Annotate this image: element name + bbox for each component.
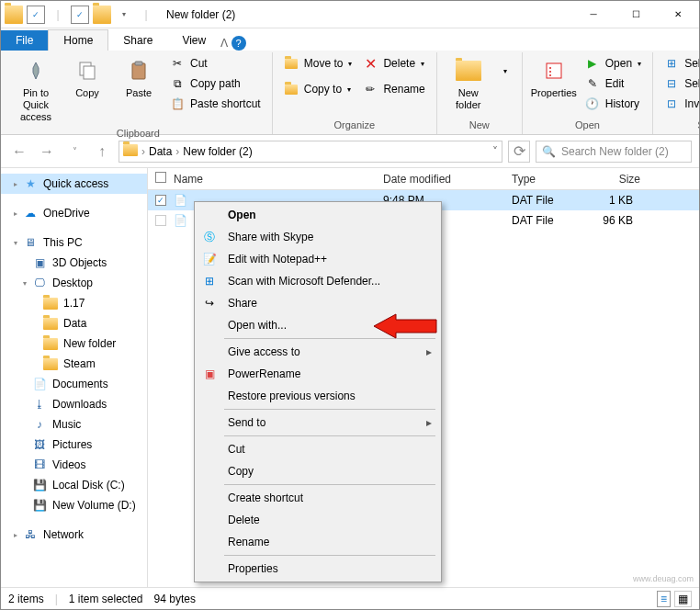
defender-icon: ⊞: [200, 274, 219, 288]
sidebar-folder-2[interactable]: Data: [1, 313, 147, 333]
select-none-button[interactable]: ⊟Select none: [660, 74, 700, 93]
qat-folder-icon: [93, 6, 111, 24]
ctx-scan-defender[interactable]: ⊞Scan with Microsoft Defender...: [197, 270, 439, 292]
column-checkbox[interactable]: [155, 172, 174, 186]
sidebar-new-volume-d[interactable]: 💾New Volume (D:): [1, 495, 147, 515]
breadcrumb-seg1[interactable]: Data: [149, 145, 172, 158]
file-size: 96 KB: [585, 214, 640, 227]
select-all-button[interactable]: ⊞Select all: [660, 54, 700, 73]
move-to-button[interactable]: Move to▾: [280, 54, 356, 73]
copy-button[interactable]: Copy: [63, 54, 111, 101]
search-input[interactable]: 🔍 Search New folder (2): [536, 141, 692, 163]
sidebar-onedrive[interactable]: ▸☁OneDrive: [1, 203, 147, 223]
open-button[interactable]: ▶Open▾: [581, 54, 645, 73]
breadcrumb[interactable]: › Data › New folder (2): [141, 145, 489, 158]
sidebar-folder-1[interactable]: 1.17: [1, 293, 147, 313]
folder-icon: [43, 296, 58, 311]
copy-path-button[interactable]: ⧉Copy path: [166, 74, 265, 93]
ctx-share[interactable]: ↪Share: [197, 292, 439, 314]
minimize-button[interactable]: ─: [572, 1, 615, 28]
qat-checkbox-1[interactable]: ✓: [27, 6, 45, 24]
sidebar-local-disk-c[interactable]: 💾Local Disk (C:): [1, 475, 147, 495]
sidebar-videos[interactable]: 🎞Videos: [1, 455, 147, 475]
chevron-right-icon: ▸: [426, 345, 432, 358]
sidebar-documents[interactable]: 📄Documents: [1, 374, 147, 394]
sidebar-3d-objects[interactable]: ▣3D Objects: [1, 253, 147, 273]
history-icon: 🕐: [585, 96, 600, 111]
sidebar-this-pc[interactable]: ▾🖥This PC: [1, 232, 147, 253]
svg-rect-1: [84, 66, 95, 79]
tab-view[interactable]: View: [167, 30, 220, 51]
tab-home[interactable]: Home: [48, 29, 108, 51]
paste-shortcut-icon: 📋: [170, 96, 185, 111]
move-to-icon: [284, 56, 299, 71]
close-button[interactable]: ✕: [657, 1, 699, 28]
sidebar-desktop[interactable]: ▾🖵Desktop: [1, 273, 147, 293]
sidebar-music[interactable]: ♪Music: [1, 414, 147, 435]
skype-icon: Ⓢ: [200, 230, 219, 244]
delete-button[interactable]: ✕Delete▾: [359, 54, 428, 73]
network-icon: 🖧: [23, 527, 38, 542]
recent-dropdown[interactable]: ˅: [63, 141, 85, 163]
collapse-ribbon-icon[interactable]: ᐱ: [220, 37, 228, 50]
ctx-give-access[interactable]: Give access to▸: [197, 341, 439, 363]
column-size[interactable]: Size: [585, 173, 640, 186]
rename-button[interactable]: ✏Rename: [359, 80, 428, 98]
invert-selection-button[interactable]: ⊡Invert selection: [660, 95, 700, 113]
file-icon: 📄: [174, 194, 187, 207]
ctx-copy[interactable]: Copy: [197, 460, 439, 482]
onedrive-icon: ☁: [23, 206, 38, 220]
column-name[interactable]: Name: [174, 173, 383, 186]
view-details-button[interactable]: ≡: [657, 591, 671, 607]
history-button[interactable]: 🕐History: [581, 95, 645, 113]
sidebar-network[interactable]: ▸🖧Network: [1, 525, 147, 545]
column-date[interactable]: Date modified: [383, 173, 512, 186]
paste-shortcut-button[interactable]: 📋Paste shortcut: [166, 95, 265, 113]
sidebar-folder-4[interactable]: Steam: [1, 354, 147, 374]
powerrename-icon: ▣: [200, 367, 219, 381]
copy-to-button[interactable]: Copy to▾: [280, 80, 356, 98]
back-button[interactable]: ←: [8, 141, 30, 163]
sidebar-pictures[interactable]: 🖼Pictures: [1, 435, 147, 455]
pin-quick-access-button[interactable]: Pin to Quick access: [12, 54, 60, 126]
tab-share[interactable]: Share: [108, 30, 167, 51]
paste-button[interactable]: Paste: [115, 54, 163, 101]
tab-file[interactable]: File: [1, 30, 48, 51]
up-button[interactable]: ↑: [91, 141, 113, 163]
ctx-cut[interactable]: Cut: [197, 438, 439, 460]
ctx-edit-notepad[interactable]: 📝Edit with Notepad++: [197, 248, 439, 270]
sidebar-quick-access[interactable]: ▸★Quick access: [1, 174, 147, 194]
maximize-button[interactable]: ☐: [615, 1, 657, 28]
breadcrumb-seg2[interactable]: New folder (2): [183, 145, 252, 158]
new-item-icon: ▾: [491, 56, 520, 85]
folder-icon: [5, 6, 23, 24]
address-dropdown-icon[interactable]: ˅: [492, 145, 498, 158]
ctx-share-skype[interactable]: ⓈShare with Skype: [197, 226, 439, 248]
column-type[interactable]: Type: [512, 173, 585, 186]
ctx-open[interactable]: Open: [197, 204, 439, 226]
sidebar-folder-3[interactable]: New folder: [1, 333, 147, 354]
svg-rect-4: [547, 63, 561, 78]
ctx-send-to[interactable]: Send to▸: [197, 412, 439, 434]
folder-icon: [43, 316, 58, 331]
qat-dropdown[interactable]: ▾: [115, 6, 133, 24]
ctx-properties[interactable]: Properties: [197, 558, 439, 580]
refresh-button[interactable]: ⟳: [508, 141, 530, 163]
documents-icon: 📄: [32, 377, 47, 391]
help-icon[interactable]: ?: [231, 36, 246, 51]
new-folder-button[interactable]: New folder: [445, 54, 492, 113]
qat-checkbox-2[interactable]: ✓: [71, 6, 89, 24]
ctx-rename[interactable]: Rename: [197, 531, 439, 553]
properties-button[interactable]: Properties: [530, 54, 578, 101]
ctx-delete[interactable]: Delete: [197, 509, 439, 531]
view-icons-button[interactable]: ▦: [674, 591, 692, 607]
new-item-button[interactable]: ▾: [496, 54, 514, 87]
sidebar-downloads[interactable]: ⭳Downloads: [1, 394, 147, 414]
cut-button[interactable]: ✂Cut: [166, 54, 265, 73]
ctx-power-rename[interactable]: ▣PowerRename: [197, 363, 439, 385]
edit-button[interactable]: ✎Edit: [581, 74, 645, 93]
forward-button[interactable]: →: [36, 141, 58, 163]
ctx-create-shortcut[interactable]: Create shortcut: [197, 487, 439, 509]
ctx-restore[interactable]: Restore previous versions: [197, 385, 439, 407]
address-bar[interactable]: › Data › New folder (2) ˅: [119, 141, 502, 163]
